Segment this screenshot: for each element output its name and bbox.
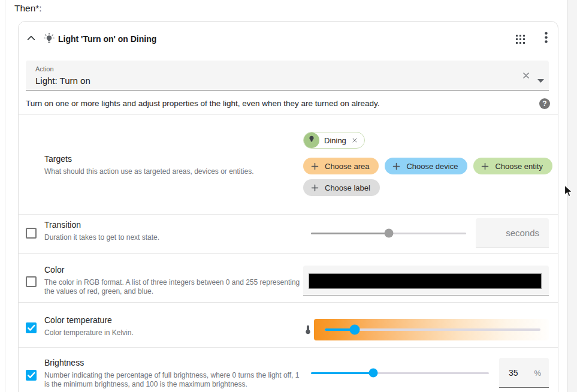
plus-icon: [310, 162, 319, 171]
transition-description: Duration it takes to get to next state.: [44, 233, 301, 242]
divider: [19, 347, 558, 348]
choose-label-label: Choose label: [325, 183, 370, 192]
thermometer-icon: [301, 322, 315, 337]
action-card-title: Light 'Turn on' on Dining: [58, 34, 156, 44]
transition-slider[interactable]: [311, 228, 466, 238]
plus-icon: [310, 183, 319, 192]
divider: [19, 253, 558, 254]
transition-checkbox[interactable]: [26, 228, 37, 239]
mouse-cursor-icon: [564, 185, 574, 200]
seconds-unit-label: seconds: [506, 228, 539, 238]
transition-seconds-field[interactable]: seconds: [476, 218, 549, 248]
color-temperature-checkbox[interactable]: [26, 322, 37, 333]
brightness-value: 35: [509, 368, 518, 378]
chip-label: Dining: [324, 136, 346, 145]
collapse-button[interactable]: [23, 32, 39, 47]
color-temperature-title: Color temperature: [44, 315, 301, 325]
panel-left-edge: [5, 0, 5, 392]
chevron-up-icon: [25, 32, 37, 47]
automation-action-editor: Then*: Light 'Turn on' on Dining: [0, 0, 577, 392]
slider-track[interactable]: [325, 328, 540, 331]
choose-buttons-row: Choose area Choose device Choose entity: [303, 158, 552, 174]
transition-title: Transition: [44, 220, 301, 230]
slider-fill: [311, 233, 389, 234]
color-temperature-gradient: [314, 319, 549, 340]
slider-thumb[interactable]: [368, 369, 377, 378]
lightbulb-icon: [307, 135, 316, 146]
plus-icon: [392, 162, 401, 171]
percent-unit-label: %: [534, 369, 541, 378]
targets-description: What should this action use as targeted …: [44, 167, 296, 176]
slider-thumb[interactable]: [350, 325, 360, 335]
brightness-title: Brightness: [44, 358, 301, 367]
action-card: Light 'Turn on' on Dining Action Light: …: [18, 21, 558, 392]
brightness-description: Number indicating the percentage of full…: [44, 371, 301, 389]
rgb-color-field[interactable]: [303, 266, 549, 295]
action-field-label: Action: [35, 65, 54, 73]
color-temperature-labels: Color temperature Color temperature in K…: [44, 315, 301, 337]
brightness-value-field[interactable]: 35 %: [499, 358, 549, 388]
color-description: The color in RGB format. A list of three…: [44, 278, 301, 296]
color-title: Color: [44, 265, 301, 275]
brightness-labels: Brightness Number indicating the percent…: [44, 358, 301, 389]
slider-thumb[interactable]: [384, 229, 393, 238]
target-chip-dining[interactable]: Dining: [303, 132, 365, 149]
divider: [19, 302, 558, 303]
targets-labels: Targets What should this action use as t…: [44, 154, 296, 176]
choose-entity-label: Choose entity: [495, 162, 543, 171]
help-icon[interactable]: ?: [539, 98, 550, 109]
then-section-label: Then*:: [14, 3, 42, 14]
brightness-checkbox[interactable]: [26, 370, 37, 381]
action-select-field[interactable]: Action Light: Turn on: [26, 61, 549, 91]
divider: [19, 114, 558, 115]
area-avatar: [304, 132, 319, 148]
overflow-menu-button[interactable]: [537, 30, 554, 47]
color-checkbox[interactable]: [26, 276, 37, 287]
divider: [19, 214, 558, 215]
choose-device-button[interactable]: Choose device: [385, 158, 467, 174]
lightbulb-icon: [41, 31, 57, 47]
choose-device-label: Choose device: [406, 162, 458, 171]
selected-targets-row: Dining: [303, 132, 365, 149]
plus-icon: [481, 162, 490, 171]
slider-fill: [311, 372, 373, 374]
action-description: Turn on one or more lights and adjust pr…: [26, 99, 523, 108]
clear-icon[interactable]: [521, 70, 531, 81]
choose-entity-button[interactable]: Choose entity: [473, 158, 552, 174]
color-swatch[interactable]: [309, 273, 542, 289]
brightness-slider[interactable]: [311, 368, 489, 378]
action-field-value: Light: Turn on: [35, 76, 90, 86]
choose-buttons-row-2: Choose label: [303, 179, 380, 196]
targets-title: Targets: [44, 154, 296, 164]
kebab-menu-icon: [545, 32, 548, 46]
transition-labels: Transition Duration it takes to get to n…: [44, 220, 301, 242]
chip-remove-icon[interactable]: [351, 136, 359, 144]
drag-handle-icon[interactable]: [512, 31, 528, 47]
color-temperature-description: Color temperature in Kelvin.: [44, 328, 301, 337]
color-labels: Color The color in RGB format. A list of…: [44, 265, 301, 296]
choose-area-label: Choose area: [325, 162, 369, 171]
choose-area-button[interactable]: Choose area: [303, 158, 379, 174]
choose-label-button[interactable]: Choose label: [303, 179, 380, 196]
chevron-down-icon[interactable]: [537, 74, 544, 85]
